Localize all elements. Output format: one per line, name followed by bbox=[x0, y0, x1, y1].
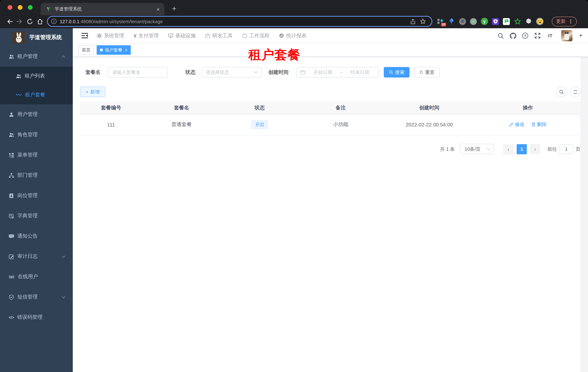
org-tree-icon bbox=[9, 173, 14, 178]
tab-close-button[interactable]: × bbox=[155, 6, 161, 12]
table-row[interactable]: 111 普通套餐 开启 小功能 2022-02-22 00:54:00 bbox=[80, 114, 580, 135]
monitor-check-icon bbox=[168, 33, 174, 38]
table-header-row: 套餐编号 套餐名 状态 备注 创建时间 操作 bbox=[80, 102, 580, 114]
topnav-label: 基础设施 bbox=[175, 32, 196, 39]
page-size-value: 10条/页 bbox=[464, 146, 487, 152]
topnav-item-system[interactable]: 系统管理 bbox=[97, 32, 124, 39]
extension-chat-icon[interactable] bbox=[503, 18, 510, 25]
sidebar-item-online-users[interactable]: 在线用户 bbox=[0, 266, 73, 287]
sidebar-item-tenant-list[interactable]: 租户列表 bbox=[0, 67, 73, 85]
header-search-button[interactable] bbox=[497, 32, 504, 40]
sidebar-item-menu-management[interactable]: 菜单管理 bbox=[0, 145, 73, 165]
edit-link[interactable]: 修改 bbox=[509, 121, 525, 128]
col-header-actions: 操作 bbox=[475, 102, 580, 114]
status-select[interactable]: 请选择状态 bbox=[202, 67, 262, 77]
browser-toolbar: 127.0.0.1:48080/admin-ui/system/tenant/p… bbox=[0, 15, 588, 28]
user-avatar[interactable] bbox=[561, 30, 572, 41]
forward-button[interactable] bbox=[14, 16, 25, 26]
home-button[interactable] bbox=[35, 16, 45, 26]
cell-status: 开启 bbox=[221, 114, 298, 135]
macos-close-button[interactable] bbox=[8, 5, 12, 10]
topnav-item-dev-tools[interactable]: 研发工具 bbox=[205, 32, 233, 39]
refresh-table-button[interactable] bbox=[570, 86, 580, 97]
goto-page-input[interactable] bbox=[559, 144, 573, 154]
topnav-label: 统计报表 bbox=[286, 32, 306, 39]
add-button[interactable]: + 新增 bbox=[80, 86, 105, 97]
next-page-button[interactable]: › bbox=[530, 144, 540, 154]
plus-icon: + bbox=[86, 89, 88, 95]
tree-list-icon bbox=[9, 152, 14, 158]
search-button[interactable]: 搜索 bbox=[384, 67, 410, 77]
header-help-button[interactable]: ? bbox=[521, 32, 529, 40]
reset-button[interactable]: 重置 bbox=[414, 67, 440, 77]
create-time-range-picker[interactable]: 开始日期 - 结束日期 bbox=[296, 67, 379, 77]
bookmark-star-button[interactable] bbox=[418, 16, 428, 26]
reset-label: 重置 bbox=[425, 69, 434, 75]
sidebar-item-notice-announcement[interactable]: 通知公告 bbox=[0, 226, 73, 246]
macos-zoom-button[interactable] bbox=[28, 5, 32, 10]
sidebar-item-user-management[interactable]: 用户管理 bbox=[0, 104, 73, 125]
share-button[interactable] bbox=[408, 16, 418, 26]
macos-minimize-button[interactable] bbox=[18, 5, 22, 10]
sidebar-item-sms-management[interactable]: 短信管理 bbox=[0, 287, 73, 307]
tag-home[interactable]: 首页 bbox=[79, 45, 94, 55]
end-date-placeholder[interactable]: 结束日期 bbox=[345, 69, 375, 75]
prev-page-button[interactable]: ‹ bbox=[503, 144, 514, 154]
topnav-item-reports[interactable]: 统计报表 bbox=[279, 32, 306, 39]
status-badge[interactable]: 开启 bbox=[251, 120, 268, 129]
app-logo-row[interactable]: 芋道管理系统 bbox=[0, 28, 73, 46]
reload-button[interactable] bbox=[25, 16, 35, 26]
topnav-item-infrastructure[interactable]: 基础设施 bbox=[168, 32, 196, 39]
col-header-package-id: 套餐编号 bbox=[80, 102, 142, 114]
extension-star-icon[interactable] bbox=[514, 18, 521, 25]
sidebar-item-label: 岗位管理 bbox=[17, 192, 38, 199]
extension-grid-diamond-icon[interactable]: 10 bbox=[437, 18, 444, 25]
extension-y-icon[interactable]: y bbox=[481, 18, 488, 25]
sidebar-item-tenant-package[interactable]: 租户套餐 bbox=[0, 85, 73, 104]
extension-command-icon[interactable]: ⌘ bbox=[459, 18, 466, 25]
sidebar-item-audit-log[interactable]: 审计日志 bbox=[0, 246, 73, 266]
sidebar-item-tenant-management[interactable]: 租户管理 bbox=[0, 46, 73, 67]
browser-tab[interactable]: 芋道管理系统 × bbox=[41, 3, 164, 15]
start-date-placeholder[interactable]: 开始日期 bbox=[308, 69, 338, 75]
app-logo-rabbit-image bbox=[13, 31, 25, 43]
rabbit-logo-icon bbox=[13, 31, 25, 43]
topnav-item-payment[interactable]: ¥ 支付管理 bbox=[134, 32, 159, 39]
fullscreen-icon bbox=[534, 32, 541, 39]
delete-link[interactable]: 删除 bbox=[531, 121, 547, 128]
tab-title: 芋道管理系统 bbox=[55, 6, 155, 12]
avatar-caret-icon[interactable] bbox=[579, 35, 582, 37]
topnav-label: 系统管理 bbox=[104, 32, 124, 39]
sidebar-item-department-management[interactable]: 部门管理 bbox=[0, 165, 73, 185]
address-bar[interactable]: 127.0.0.1:48080/admin-ui/system/tenant/p… bbox=[47, 16, 432, 27]
header-fullscreen-button[interactable] bbox=[534, 32, 541, 40]
goto-page: 前往 页 bbox=[547, 144, 580, 154]
sidebar-item-dict-management[interactable]: 字典管理 bbox=[0, 206, 73, 226]
shield-check-icon bbox=[9, 294, 14, 300]
page-size-select[interactable]: 10条/页 bbox=[460, 144, 494, 154]
tag-close-icon[interactable]: × bbox=[125, 47, 127, 53]
sidebar-item-error-code-management[interactable]: </> 错误码管理 bbox=[0, 307, 73, 328]
page-number-1[interactable]: 1 bbox=[517, 144, 527, 154]
extension-kite-icon[interactable] bbox=[448, 18, 455, 25]
header-github-button[interactable] bbox=[509, 32, 517, 40]
extensions-puzzle-button[interactable] bbox=[525, 18, 532, 25]
show-search-toggle-button[interactable] bbox=[556, 86, 567, 97]
browser-update-menu-button[interactable]: 更新 ⋮ bbox=[552, 16, 577, 26]
cell-actions: 修改 删除 bbox=[475, 114, 580, 135]
pagination: 共 1 条 10条/页 ‹ 1 › 前往 页 bbox=[440, 144, 580, 154]
tag-tenant-package[interactable]: 租户套餐 × bbox=[97, 45, 131, 55]
sidebar-item-role-management[interactable]: 角色管理 bbox=[0, 125, 73, 145]
package-name-input[interactable] bbox=[108, 67, 168, 77]
new-tab-button[interactable]: + bbox=[169, 3, 179, 14]
sidebar-collapse-icon[interactable] bbox=[82, 33, 88, 38]
sidebar-item-post-management[interactable]: 岗位管理 bbox=[0, 185, 73, 206]
extension-shield-icon[interactable] bbox=[492, 18, 499, 25]
app-header: 系统管理 ¥ 支付管理 基础设施 bbox=[73, 28, 588, 43]
extension-record-icon[interactable] bbox=[470, 18, 477, 25]
header-font-size-button[interactable]: тT bbox=[546, 32, 554, 40]
back-arrow-icon bbox=[6, 18, 13, 25]
topnav-item-workflow[interactable]: 工作流程 bbox=[242, 32, 270, 39]
back-button[interactable] bbox=[4, 16, 14, 26]
extension-emoji-icon[interactable] bbox=[536, 18, 544, 25]
